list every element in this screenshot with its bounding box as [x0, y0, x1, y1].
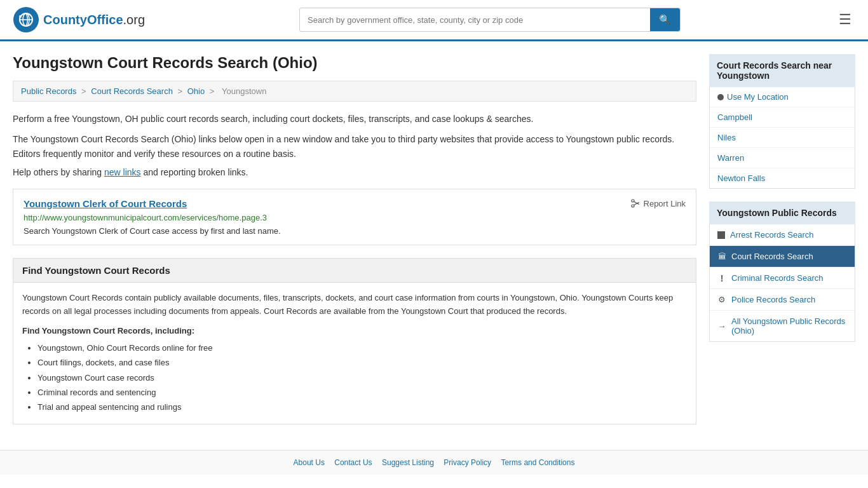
- list-item: Court filings, dockets, and case files: [37, 355, 687, 370]
- police-records-link[interactable]: Police Records Search: [731, 295, 815, 304]
- use-location-link[interactable]: Use My Location: [727, 92, 789, 102]
- third-party-text: The Youngstown Court Records Search (Ohi…: [13, 132, 696, 161]
- list-item: Criminal records and sentencing: [37, 385, 687, 400]
- newton-falls-link[interactable]: Newton Falls: [717, 173, 765, 183]
- nearby-city-niles: Niles: [710, 128, 855, 148]
- find-section: Find Youngstown Court Records Youngstown…: [13, 258, 696, 424]
- nearby-city-newton-falls: Newton Falls: [710, 168, 855, 188]
- public-records-section: Youngstown Public Records Arrest Records…: [709, 201, 855, 342]
- find-list: Youngstown, Ohio Court Records online fo…: [22, 341, 687, 415]
- logo-icon: [13, 6, 39, 33]
- all-public-records-item[interactable]: → All Youngstown Public Records (Ohio): [710, 311, 855, 341]
- logo-area: CountyOffice.org: [13, 6, 145, 33]
- square-icon: [717, 231, 725, 239]
- search-button[interactable]: 🔍: [650, 8, 680, 31]
- public-records-list: Arrest Records Search 🏛 Court Records Se…: [709, 224, 855, 342]
- niles-link[interactable]: Niles: [717, 133, 736, 142]
- report-link-button[interactable]: Report Link: [630, 198, 686, 208]
- find-including-header: Find Youngstown Court Records, including…: [22, 326, 687, 336]
- clerk-description: Search Youngstown Clerk of Court case ac…: [24, 226, 686, 236]
- breadcrumb-sep2: >: [178, 86, 185, 96]
- all-public-records-link[interactable]: All Youngstown Public Records (Ohio): [731, 316, 847, 336]
- gear-icon: ⚙: [717, 295, 726, 304]
- breadcrumb-public-records[interactable]: Public Records: [21, 86, 76, 96]
- footer-privacy[interactable]: Privacy Policy: [444, 458, 491, 467]
- court-records-link[interactable]: Court Records Search: [731, 252, 813, 261]
- find-body: Youngstown Court Records contain publicl…: [13, 283, 696, 424]
- clerk-of-court-link[interactable]: Youngstown Clerk of Court Records: [24, 198, 187, 209]
- main-container: Youngstown Court Records Search (Ohio) P…: [0, 41, 868, 450]
- use-my-location[interactable]: Use My Location: [710, 87, 855, 107]
- nearby-city-campbell: Campbell: [710, 107, 855, 128]
- list-item: Trial and appeal sentencing and rulings: [37, 400, 687, 414]
- building-icon: 🏛: [717, 252, 726, 261]
- footer: About Us Contact Us Suggest Listing Priv…: [0, 450, 868, 475]
- exclamation-icon: !: [717, 274, 726, 283]
- link-card-header: Youngstown Clerk of Court Records Report…: [24, 198, 686, 209]
- help-text: Help others by sharing new links and rep…: [13, 167, 696, 177]
- search-input-wrapper: 🔍: [299, 8, 681, 32]
- logo-text[interactable]: CountyOffice.org: [43, 13, 145, 27]
- location-dot-icon: [717, 94, 724, 100]
- nearby-title: Court Records Search near Youngstown: [709, 54, 855, 87]
- breadcrumb-court-records-search[interactable]: Court Records Search: [91, 86, 173, 96]
- warren-link[interactable]: Warren: [717, 153, 744, 163]
- scissor-icon: [630, 198, 641, 208]
- nearby-city-warren: Warren: [710, 148, 855, 168]
- campbell-link[interactable]: Campbell: [717, 112, 752, 122]
- list-item: Youngstown, Ohio Court Records online fo…: [37, 341, 687, 355]
- breadcrumb-youngstown: Youngstown: [222, 86, 266, 96]
- svg-point-6: [632, 205, 634, 207]
- breadcrumb-ohio[interactable]: Ohio: [187, 86, 205, 96]
- search-area: 🔍: [299, 8, 681, 32]
- public-records-title: Youngstown Public Records: [709, 201, 855, 224]
- footer-contact[interactable]: Contact Us: [334, 458, 372, 467]
- nearby-list: Use My Location Campbell Niles Warren Ne…: [709, 87, 855, 189]
- search-input[interactable]: [300, 10, 650, 30]
- footer-terms[interactable]: Terms and Conditions: [501, 458, 574, 467]
- find-header: Find Youngstown Court Records: [13, 259, 696, 283]
- arrest-records-link[interactable]: Arrest Records Search: [730, 230, 814, 240]
- list-item: Youngstown Court case records: [37, 370, 687, 385]
- link-card: Youngstown Clerk of Court Records Report…: [13, 189, 696, 245]
- court-records-item-active[interactable]: 🏛 Court Records Search: [710, 246, 855, 268]
- nearby-section: Court Records Search near Youngstown Use…: [709, 54, 855, 189]
- page-title: Youngstown Court Records Search (Ohio): [13, 54, 696, 72]
- criminal-records-link[interactable]: Criminal Records Search: [731, 273, 824, 283]
- hamburger-menu-icon[interactable]: ☰: [835, 8, 855, 32]
- breadcrumb-sep1: >: [81, 86, 88, 96]
- arrow-icon: →: [717, 322, 726, 330]
- clerk-url[interactable]: http://www.youngstownmunicipalcourt.com/…: [24, 213, 686, 222]
- breadcrumb: Public Records > Court Records Search > …: [13, 81, 696, 102]
- arrest-records-item[interactable]: Arrest Records Search: [710, 224, 855, 246]
- footer-suggest[interactable]: Suggest Listing: [382, 458, 434, 467]
- new-links-link[interactable]: new links: [104, 167, 141, 177]
- footer-about[interactable]: About Us: [294, 458, 325, 467]
- report-link-label: Report Link: [644, 199, 686, 208]
- police-records-item[interactable]: ⚙ Police Records Search: [710, 289, 855, 311]
- breadcrumb-sep3: >: [210, 86, 217, 96]
- content-area: Youngstown Court Records Search (Ohio) P…: [13, 54, 696, 437]
- svg-point-4: [19, 15, 22, 18]
- find-description: Youngstown Court Records contain publicl…: [22, 292, 687, 318]
- criminal-records-item[interactable]: ! Criminal Records Search: [710, 268, 855, 289]
- sidebar: Court Records Search near Youngstown Use…: [709, 54, 855, 437]
- header: CountyOffice.org 🔍 ☰: [0, 0, 868, 41]
- svg-point-5: [632, 200, 634, 202]
- intro-text: Perform a free Youngstown, OH public cou…: [13, 112, 696, 126]
- search-icon: 🔍: [659, 14, 671, 25]
